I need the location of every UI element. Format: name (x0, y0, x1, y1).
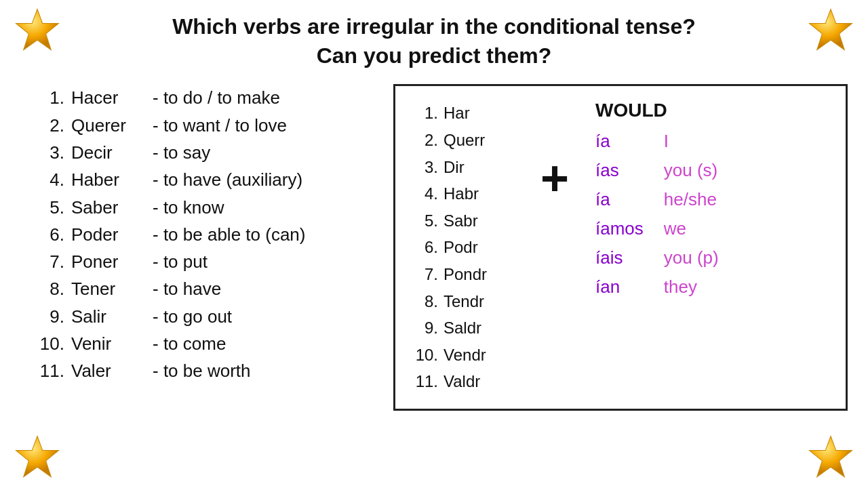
star-top-left (14, 7, 61, 54)
verb-list-item: 10. Venir - to come (34, 330, 373, 357)
stem-text: Querr (443, 127, 485, 154)
verb-number: 5. (34, 194, 64, 221)
verb-list-items: 1. Hacer - to do / to make 2. Querer - t… (34, 84, 373, 384)
right-box-inner: 1. Har 2. Querr 3. Dir 4. Habr 5. Sabr 6… (412, 100, 829, 395)
pronoun-item: he/she (664, 185, 719, 214)
verb-list-item: 1. Hacer - to do / to make (34, 84, 373, 111)
plus-symbol: + (528, 154, 582, 203)
ending-item: íamos (595, 214, 644, 243)
verb-number: 6. (34, 221, 64, 248)
stem-list-item: 7. Pondr (412, 261, 521, 288)
stem-text: Podr (443, 234, 478, 261)
stem-text: Vendr (443, 342, 486, 369)
stem-number: 6. (412, 234, 438, 261)
verb-list-item: 4. Haber - to have (auxiliary) (34, 166, 373, 193)
ending-item: ía (595, 127, 644, 156)
pronouns-column: Iyou (s)he/sheweyou (p)they (664, 127, 719, 301)
verb-spanish: Poner (71, 248, 153, 275)
svg-marker-0 (16, 9, 59, 50)
star-bottom-left (14, 434, 61, 481)
endings-table: íaíasíaíamosíaisían Iyou (s)he/sheweyou … (595, 127, 829, 301)
verb-meaning: - to come (153, 330, 226, 357)
pronoun-item: you (p) (664, 243, 719, 272)
verb-number: 11. (34, 357, 64, 384)
verb-list-item: 9. Salir - to go out (34, 303, 373, 330)
verb-number: 7. (34, 248, 64, 275)
stem-list-item: 1. Har (412, 100, 521, 127)
ending-item: íais (595, 243, 644, 272)
stem-text: Dir (443, 154, 465, 181)
pronoun-item: we (664, 214, 719, 243)
stem-list-item: 3. Dir (412, 154, 521, 181)
stem-list-item: 5. Sabr (412, 207, 521, 235)
svg-marker-2 (16, 436, 59, 477)
ending-item: ías (595, 156, 644, 185)
verb-number: 4. (34, 166, 64, 193)
pronoun-item: they (664, 272, 719, 302)
header-title: Which verbs are irregular in the conditi… (0, 12, 868, 70)
verb-spanish: Valer (71, 357, 153, 384)
endings-section: WOULD íaíasíaíamosíaisían Iyou (s)he/she… (589, 100, 829, 301)
stem-text: Har (443, 100, 470, 127)
verb-spanish: Hacer (71, 84, 153, 111)
verb-number: 1. (34, 84, 64, 111)
svg-marker-3 (810, 436, 852, 477)
stem-number: 11. (412, 368, 438, 395)
stem-list-item: 10. Vendr (412, 342, 521, 369)
stem-list-item: 8. Tendr (412, 288, 521, 315)
verb-meaning: - to go out (153, 303, 232, 330)
stem-text: Pondr (443, 261, 487, 288)
verb-meaning: - to be worth (153, 357, 251, 384)
verb-list-item: 2. Querer - to want / to love (34, 112, 373, 139)
verb-list-item: 6. Poder - to be able to (can) (34, 221, 373, 248)
verb-number: 10. (34, 330, 64, 357)
stem-list-item: 4. Habr (412, 180, 521, 207)
left-verb-list: 1. Hacer - to do / to make 2. Querer - t… (20, 84, 373, 384)
ending-item: ían (595, 272, 644, 302)
verb-list-item: 3. Decir - to say (34, 139, 373, 166)
stem-list-item: 6. Podr (412, 234, 521, 261)
stem-text: Tendr (443, 288, 484, 315)
verb-meaning: - to want / to love (153, 112, 287, 139)
stems-list: 1. Har 2. Querr 3. Dir 4. Habr 5. Sabr 6… (412, 100, 521, 395)
stem-number: 8. (412, 288, 438, 315)
verb-list-item: 11. Valer - to be worth (34, 357, 373, 384)
stem-text: Sabr (443, 207, 478, 235)
stem-list-item: 2. Querr (412, 127, 521, 154)
pronoun-item: you (s) (664, 156, 719, 185)
endings-column: íaíasíaíamosíaisían (595, 127, 644, 301)
stem-list-item: 11. Valdr (412, 368, 521, 395)
header: Which verbs are irregular in the conditi… (0, 0, 868, 77)
verb-number: 9. (34, 303, 64, 330)
stem-number: 10. (412, 342, 438, 369)
star-bottom-right (807, 434, 854, 481)
stem-number: 5. (412, 207, 438, 235)
stem-text: Habr (443, 180, 479, 207)
stem-number: 9. (412, 314, 438, 342)
verb-meaning: - to have (auxiliary) (153, 166, 302, 193)
verb-number: 2. (34, 112, 64, 139)
verb-spanish: Saber (71, 194, 153, 221)
verb-spanish: Tener (71, 275, 153, 302)
star-top-right (807, 7, 854, 54)
verb-meaning: - to be able to (can) (153, 221, 305, 248)
verb-meaning: - to do / to make (153, 84, 280, 111)
ending-item: ía (595, 185, 644, 214)
right-box: 1. Har 2. Querr 3. Dir 4. Habr 5. Sabr 6… (393, 84, 848, 411)
verb-spanish: Salir (71, 303, 153, 330)
verb-list-item: 5. Saber - to know (34, 194, 373, 221)
verb-meaning: - to know (153, 194, 224, 221)
svg-marker-1 (810, 9, 852, 50)
stem-text: Valdr (443, 368, 480, 395)
verb-meaning: - to have (153, 275, 221, 302)
verb-number: 3. (34, 139, 64, 166)
verb-meaning: - to put (153, 248, 208, 275)
verb-meaning: - to say (153, 139, 210, 166)
pronoun-item: I (664, 127, 719, 156)
would-label: WOULD (595, 100, 829, 121)
main-content: 1. Hacer - to do / to make 2. Querer - t… (0, 84, 868, 411)
verb-list-item: 7. Poner - to put (34, 248, 373, 275)
verb-spanish: Querer (71, 112, 153, 139)
verb-spanish: Venir (71, 330, 153, 357)
stem-number: 4. (412, 180, 438, 207)
